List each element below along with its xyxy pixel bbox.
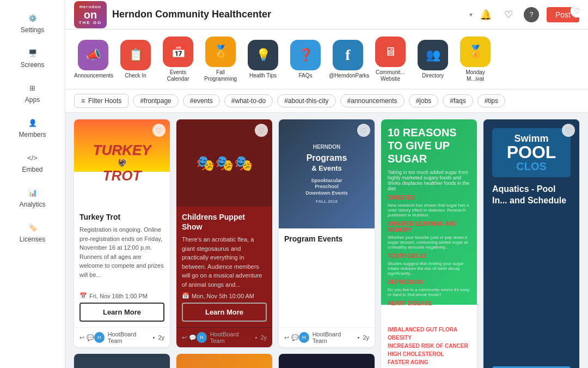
learn-more-button[interactable]: Learn More xyxy=(182,303,267,322)
app-fall-programming[interactable]: 🏅 Fall Programming xyxy=(201,37,240,82)
sugar-reason-10: FASTER AGING xyxy=(388,359,428,365)
community-website-icon: 🖥 xyxy=(375,37,406,67)
sidebar: ⚙️ Settings 🖥️ Screens ⊞ Apps 👤 Members … xyxy=(0,0,65,368)
card-puppet-show: 🎭🎭🎭 ♡ Childrens Puppet Show There's an a… xyxy=(176,119,272,347)
aquatics-body: ♡ Swimm POOL CLOS Aquatics - Pool In... … xyxy=(483,119,579,368)
sidebar-item-licenses[interactable]: 🏷️ Licenses xyxy=(0,215,65,250)
repost-icon[interactable]: ↩ xyxy=(79,334,84,341)
app-directory[interactable]: 👥 Directory xyxy=(414,40,452,79)
content-area: TURKEY 🦃 TROT ♡ Turkey Trot Registration… xyxy=(65,113,588,368)
turkey-trot-image: TURKEY 🦃 TROT ♡ xyxy=(74,119,170,207)
account-icon[interactable]: ? xyxy=(524,7,539,22)
card-title: Childrens Puppet Show xyxy=(182,212,267,232)
sugar-reason-6: IMBALANCED GUT FLORA xyxy=(388,327,457,333)
card-description: There's an acrobatic flea, a giant stego… xyxy=(182,235,267,289)
comment-icon[interactable]: 💬 xyxy=(291,334,299,341)
filter-bar: ≡ Filter Hoots #frontpage #events #what-… xyxy=(65,89,588,113)
sidebar-item-apps[interactable]: ⊞ Apps xyxy=(0,75,65,110)
cards-grid: TURKEY 🦃 TROT ♡ Turkey Trot Registration… xyxy=(74,119,579,368)
tag-jobs[interactable]: #jobs xyxy=(409,94,439,107)
app-events-calendar[interactable]: 📅 Events Calendar xyxy=(159,37,197,82)
checkin-icon: 📋 xyxy=(120,40,151,70)
app-herndon-parks[interactable]: f @HerndonParks xyxy=(329,40,367,79)
favorite-button[interactable]: ♡ xyxy=(562,124,575,137)
halloween-image: 🎃🦇🏚️ ♡ xyxy=(279,354,375,368)
sidebar-item-screens[interactable]: 🖥️ Screens xyxy=(0,40,65,75)
favorite-button[interactable]: ♡ xyxy=(152,124,166,137)
sugar-reason-5: HEART DISEASE xyxy=(388,300,432,306)
calendar-icon: 📅 xyxy=(182,292,189,299)
app-faqs[interactable]: ❓ FAQs xyxy=(286,40,324,79)
card-sugar: 10 REASONS TO GIVE UP SUGAR Taking in to… xyxy=(381,119,477,368)
health-tips-icon: 💡 xyxy=(248,40,278,70)
logo: Herndon on THE GO xyxy=(74,1,107,28)
card-title: Turkey Trot xyxy=(79,212,164,222)
sugar-reason-3: TOOTH DECAY xyxy=(388,253,427,259)
card-aquatics: ♡ Swimm POOL CLOS Aquatics - Pool In... … xyxy=(483,119,579,368)
tag-frontpage[interactable]: #frontpage xyxy=(133,94,178,107)
app-health-tips[interactable]: 💡 Health Tips xyxy=(244,40,282,79)
sugar-reason-8: INCREASED RISK OF CANCER xyxy=(388,343,468,349)
sidebar-item-settings[interactable]: ⚙️ Settings xyxy=(0,5,65,40)
notification-icon[interactable]: 🔔 xyxy=(478,7,493,22)
repost-icon[interactable]: ↩ xyxy=(182,334,187,341)
tag-events[interactable]: #events xyxy=(183,94,220,107)
sugar-reason-9: HIGH CHOLESTEROL xyxy=(388,351,444,357)
tag-announcements[interactable]: #announcements xyxy=(340,94,405,107)
card-turkey-trot: TURKEY 🦃 TROT ♡ Turkey Trot Registration… xyxy=(74,119,170,347)
card-program-events: HERNDON Programs & Events Spooktacular P… xyxy=(279,119,375,347)
main-content: Herndon on THE GO Herndon Community Heal… xyxy=(65,0,588,368)
filter-icon: ≡ xyxy=(81,97,85,105)
apps-icon: ⊞ xyxy=(27,82,39,94)
embed-icon: </> xyxy=(27,152,39,164)
card-halloween: 🎃🦇🏚️ ♡ xyxy=(279,354,375,368)
favorites-icon[interactable]: ♡ xyxy=(501,7,516,22)
comment-icon[interactable]: 💬 xyxy=(189,334,197,341)
app-community-website[interactable]: 🖥 Communit... Website xyxy=(371,37,409,82)
puppet-show-image: 🎭🎭🎭 ♡ xyxy=(176,119,272,207)
page-title: Herndon Community Healthcenter xyxy=(112,9,464,20)
favorite-button[interactable]: ♡ xyxy=(255,124,268,137)
sidebar-item-members[interactable]: 👤 Members xyxy=(0,110,65,145)
fall-programming-icon: 🏅 xyxy=(205,37,236,67)
author-avatar: H xyxy=(197,332,207,343)
tag-about-city[interactable]: #about-this-city xyxy=(277,94,335,107)
sidebar-item-embed[interactable]: </> Embed xyxy=(0,145,65,180)
favorite-button[interactable]: ♡ xyxy=(357,124,370,137)
card-footer: ↩ 💬 H HootBoard Team • 2y xyxy=(279,327,375,347)
members-icon: 👤 xyxy=(27,117,39,129)
video-thumbnail: ▶ ♡ xyxy=(74,354,170,368)
directory-icon: 👥 xyxy=(418,40,448,70)
card-body: Program Events xyxy=(279,228,375,327)
card-description: Registration is ongoing. Online pre-regi… xyxy=(79,225,164,289)
card-body: Turkey Trot Registration is ongoing. Onl… xyxy=(74,207,170,327)
comment-icon[interactable]: 💬 xyxy=(87,334,94,341)
tag-what-to-do[interactable]: #what-to-do xyxy=(224,94,273,107)
learn-more-button[interactable]: Learn More xyxy=(79,303,164,322)
app-checkin[interactable]: 📋 Check In xyxy=(117,40,155,79)
author-name: HootBoard Team xyxy=(210,331,252,344)
sidebar-item-analytics[interactable]: 📊 Analytics xyxy=(0,180,65,215)
sugar-image: 10 REASONS TO GIVE UP SUGAR Taking in to… xyxy=(381,119,477,305)
tag-tips[interactable]: #tips xyxy=(477,94,505,107)
author-avatar: H xyxy=(94,332,105,343)
monday-icon: 🏅 xyxy=(460,37,491,67)
sugar-reason-2: IMPAIRED LEARNING AND MEMORY xyxy=(388,221,470,233)
sugar-title: 10 REASONS TO GIVE UP SUGAR xyxy=(388,126,470,165)
events-calendar-icon: 📅 xyxy=(163,37,193,67)
card-date: 📅 Fri, Nov 16th 1:00 PM xyxy=(79,292,164,299)
app-announcements[interactable]: 📣 Announcements xyxy=(74,40,112,79)
card-title: Aquatics - Pool In... and Schedule xyxy=(492,184,571,207)
card-video: ▶ ♡ xyxy=(74,354,170,368)
app-monday[interactable]: 🏅 Monday M...ivat xyxy=(456,37,494,82)
author-name: HootBoard Team xyxy=(313,331,354,344)
settings-icon: ⚙️ xyxy=(27,12,39,24)
repost-icon[interactable]: ↩ xyxy=(284,334,289,341)
sugar-reason-7: OBESITY xyxy=(388,335,412,341)
sugar-reason-1: DIABETES xyxy=(388,195,415,201)
dropdown-arrow-icon[interactable]: ▾ xyxy=(469,11,473,19)
card-leaf: leaf ♡ xyxy=(176,354,272,368)
filter-hoots-button[interactable]: ≡ Filter Hoots xyxy=(74,94,128,108)
tag-faqs[interactable]: #faqs xyxy=(443,94,473,107)
card-body: Childrens Puppet Show There's an acrobat… xyxy=(176,207,272,327)
